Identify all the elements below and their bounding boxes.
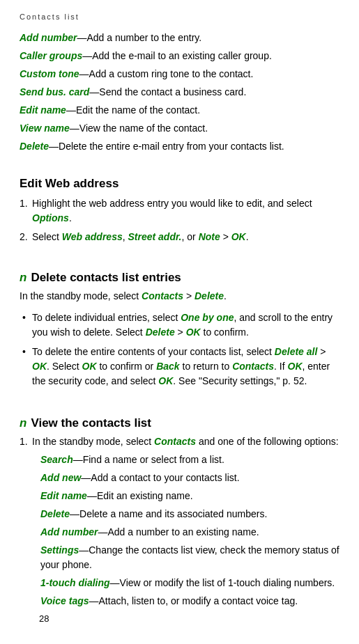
subdesc-settings: —Change the contacts list view, check th… bbox=[40, 544, 339, 570]
entry-delete: Delete—Delete the entire e-mail entry fr… bbox=[20, 139, 339, 154]
desc-send-bus-card: —Send the contact a business card. bbox=[89, 86, 246, 97]
entry-edit-name: Edit name—Edit the name of the contact. bbox=[20, 103, 339, 118]
entry-caller-groups: Caller groups—Add the e-mail to an exist… bbox=[20, 49, 339, 63]
step2-term1: Web address bbox=[62, 231, 123, 242]
term-add-number: Add number bbox=[20, 32, 77, 43]
subterm-add-number: Add number bbox=[40, 526, 98, 537]
intro-after: . bbox=[224, 290, 227, 301]
subterm-delete: Delete bbox=[40, 508, 70, 519]
edit-web-address-heading: Edit Web address bbox=[20, 177, 339, 191]
view-step-1: In the standby mode, select Contacts and… bbox=[20, 434, 339, 608]
bullet2-text4: to confirm or bbox=[97, 361, 157, 372]
delete-contacts-title-block: n Delete contacts list entries bbox=[20, 271, 339, 285]
bullet2-term3: OK bbox=[82, 361, 97, 372]
bullet1-text4: to confirm. bbox=[201, 327, 249, 338]
entry-custom-tone: Custom tone—Add a custom ring tone to th… bbox=[20, 67, 339, 81]
intro-term1: Contacts bbox=[142, 290, 183, 301]
view-step1-text2: and one of the following options: bbox=[196, 436, 339, 447]
subdesc-add-number: —Add a number to an existing name. bbox=[98, 526, 259, 537]
subitem-settings: Settings—Change the contacts list view, … bbox=[32, 543, 339, 572]
bullet2-text3: . Select bbox=[47, 361, 82, 372]
step2-term3: Note bbox=[199, 231, 220, 242]
bullet-delete-individual: To delete individual entries, select One… bbox=[20, 311, 339, 340]
bullet2-text2: > bbox=[317, 346, 326, 357]
step1-text2: . bbox=[69, 212, 72, 223]
subterm-search: Search bbox=[40, 454, 73, 465]
desc-caller-groups: —Add the e-mail to an existing caller gr… bbox=[82, 50, 272, 61]
subitem-voice-tags: Voice tags—Attach, listen to, or modify … bbox=[32, 594, 339, 608]
step1-term: Options bbox=[32, 212, 69, 223]
bullet2-text1: To delete the entire contents of your co… bbox=[32, 346, 275, 357]
subitem-search: Search—Find a name or select from a list… bbox=[32, 453, 339, 467]
step2-text1: Select bbox=[32, 231, 62, 242]
page-header: Contacts list bbox=[20, 13, 339, 21]
subdesc-delete: —Delete a name and its associated number… bbox=[70, 508, 267, 519]
bullet2-term1: Delete all bbox=[275, 346, 317, 357]
bullet2-term2: OK bbox=[32, 361, 47, 372]
bullet-delete-all: To delete the entire contents of your co… bbox=[20, 345, 339, 388]
bullet2-term6: OK bbox=[288, 361, 303, 372]
subdesc-edit-name: —Edit an existing name. bbox=[87, 490, 193, 501]
view-step1-term1: Contacts bbox=[154, 436, 196, 447]
term-edit-name: Edit name bbox=[20, 104, 66, 116]
entry-send-bus-card: Send bus. card—Send the contact a busine… bbox=[20, 85, 339, 100]
step1-text1: Highlight the web address entry you woul… bbox=[32, 198, 312, 209]
bullet2-term4: Back bbox=[156, 361, 179, 372]
bullet1-text3: > bbox=[175, 327, 186, 338]
desc-edit-name: —Edit the name of the contact. bbox=[66, 104, 200, 116]
subitem-1touch-dialing: 1-touch dialing—View or modify the list … bbox=[32, 576, 339, 590]
entry-view-name: View name—View the name of the contact. bbox=[20, 121, 339, 136]
step2-text-after: . bbox=[246, 231, 249, 242]
subdesc-1touch-dialing: —View or modify the list of 1-touch dial… bbox=[110, 577, 335, 588]
term-caller-groups: Caller groups bbox=[20, 50, 82, 61]
entry-add-number: Add number—Add a number to the entry. bbox=[20, 31, 339, 45]
bullet2-text5: to return to bbox=[180, 361, 232, 372]
page-number: 28 bbox=[39, 613, 49, 624]
subterm-voice-tags: Voice tags bbox=[40, 595, 89, 606]
step2-sep2: , or bbox=[182, 231, 199, 242]
intro-sep: > bbox=[183, 290, 194, 301]
step2-sep3: > bbox=[220, 231, 231, 242]
subitem-add-new: Add new—Add a contact to your contacts l… bbox=[32, 471, 339, 485]
view-contacts-n: n bbox=[20, 416, 26, 430]
bullet2-text6: . If bbox=[274, 361, 287, 372]
desc-delete: —Delete the entire e-mail entry from you… bbox=[49, 141, 284, 152]
edit-web-address-steps: Highlight the web address entry you woul… bbox=[20, 196, 339, 244]
view-contacts-title-block: n View the contacts list bbox=[20, 416, 339, 430]
bullet1-term3: OK bbox=[186, 327, 201, 338]
desc-add-number: —Add a number to the entry. bbox=[77, 32, 201, 43]
subitem-add-number: Add number—Add a number to an existing n… bbox=[32, 525, 339, 540]
term-custom-tone: Custom tone bbox=[20, 68, 79, 79]
intro-text-before: In the standby mode, select bbox=[20, 290, 142, 301]
subdesc-add-new: —Add a contact to your contacts list. bbox=[81, 472, 239, 483]
step2-term4: OK bbox=[231, 231, 246, 242]
view-contacts-steps: In the standby mode, select Contacts and… bbox=[20, 434, 339, 608]
step-2: Select Web address, Street addr., or Not… bbox=[20, 230, 339, 244]
subdesc-search: —Find a name or select from a list. bbox=[73, 454, 224, 465]
bullet1-term1: One by one bbox=[181, 312, 234, 323]
term-send-bus-card: Send bus. card bbox=[20, 86, 89, 97]
term-delete: Delete bbox=[20, 141, 49, 152]
desc-custom-tone: —Add a custom ring tone to the contact. bbox=[79, 68, 254, 79]
view-contacts-heading: View the contacts list bbox=[31, 416, 151, 430]
desc-view-name: —View the name of the contact. bbox=[70, 123, 208, 134]
subdesc-voice-tags: —Attach, listen to, or modify a contact … bbox=[89, 595, 298, 606]
entry-list: Add number—Add a number to the entry. Ca… bbox=[20, 31, 339, 154]
subterm-edit-name: Edit name bbox=[40, 490, 87, 501]
bullet1-term2: Delete bbox=[146, 327, 175, 338]
delete-contacts-bullets: To delete individual entries, select One… bbox=[20, 311, 339, 388]
bullet2-term5: Contacts bbox=[232, 361, 274, 372]
view-step1-text1: In the standby mode, select bbox=[32, 436, 154, 447]
delete-contacts-n: n bbox=[20, 271, 26, 285]
bullet2-text8: . See "Security settings," p. 52. bbox=[173, 375, 307, 386]
delete-contacts-intro: In the standby mode, select Contacts > D… bbox=[20, 289, 339, 304]
subterm-settings: Settings bbox=[40, 544, 79, 556]
subitem-delete: Delete—Delete a name and its associated … bbox=[32, 507, 339, 521]
subterm-1touch-dialing: 1-touch dialing bbox=[40, 577, 110, 588]
term-view-name: View name bbox=[20, 123, 70, 134]
bullet1-text1: To delete individual entries, select bbox=[32, 312, 181, 323]
step2-term2: Street addr. bbox=[128, 231, 181, 242]
bullet2-term7: OK bbox=[158, 375, 173, 386]
subitem-edit-name: Edit name—Edit an existing name. bbox=[32, 489, 339, 503]
step-1: Highlight the web address entry you woul… bbox=[20, 196, 339, 226]
